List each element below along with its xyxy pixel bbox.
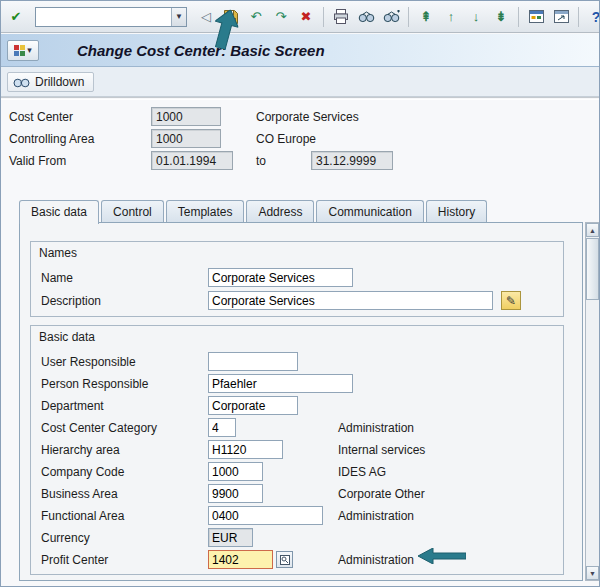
- business-area-input[interactable]: [208, 484, 263, 503]
- hierarchy-area-input[interactable]: [208, 440, 283, 459]
- scroll-up-icon[interactable]: ▲: [586, 223, 599, 237]
- print-button[interactable]: [330, 6, 352, 28]
- names-group-title: Names: [39, 246, 77, 260]
- tab-control[interactable]: Control: [101, 200, 164, 222]
- find-button[interactable]: [355, 6, 377, 28]
- cost-center-label: Cost Center: [9, 110, 73, 124]
- toolbar-separator: [518, 7, 519, 27]
- cancel-icon[interactable]: ✖: [295, 6, 317, 28]
- exit-icon[interactable]: ↷: [270, 6, 292, 28]
- profit-center-label: Profit Center: [41, 553, 108, 567]
- profit-center-row: Profit Center Administration: [31, 550, 563, 570]
- names-group: Names Name Description ✎: [30, 241, 564, 317]
- valid-from-field[interactable]: 01.01.1994: [151, 151, 233, 170]
- cost-center-category-row: Cost Center Category Administration: [31, 418, 563, 438]
- drilldown-glasses-icon: [13, 76, 30, 88]
- find-icon: [358, 10, 375, 23]
- back-triangle-icon[interactable]: ◁: [195, 6, 217, 28]
- scrollbar-thumb[interactable]: [586, 238, 599, 300]
- description-input[interactable]: [208, 291, 493, 310]
- enter-icon[interactable]: ✔: [5, 6, 27, 28]
- department-row: Department: [31, 396, 563, 416]
- controlling-area-field[interactable]: 1000: [151, 129, 221, 148]
- tab-basic-data[interactable]: Basic data: [19, 200, 99, 224]
- profit-center-text: Administration: [338, 553, 414, 567]
- drilldown-button[interactable]: Drilldown: [7, 72, 94, 92]
- hierarchy-area-label: Hierarchy area: [41, 443, 120, 457]
- new-session-button[interactable]: [525, 6, 547, 28]
- tab-templates[interactable]: Templates: [166, 200, 245, 222]
- page-title: Change Cost Center: Basic Screen: [77, 42, 325, 59]
- back-icon[interactable]: ↶: [245, 6, 267, 28]
- scroll-down-icon[interactable]: ▼: [586, 566, 599, 580]
- basic-data-group-title: Basic data: [39, 330, 95, 344]
- valid-to-label: to: [256, 154, 266, 168]
- user-responsible-row: User Responsible: [31, 352, 563, 372]
- new-session-icon: [529, 10, 544, 23]
- command-field-combo: ▼: [35, 7, 187, 27]
- value-help-icon: [280, 555, 290, 565]
- name-row: Name: [31, 268, 563, 288]
- command-field[interactable]: [36, 8, 171, 26]
- tab-communication[interactable]: Communication: [316, 200, 423, 222]
- screen-menu-icon: [14, 45, 25, 56]
- command-dropdown-icon[interactable]: ▼: [171, 8, 186, 26]
- pencil-icon: ✎: [506, 294, 516, 308]
- company-code-row: Company Code IDES AG: [31, 462, 563, 482]
- basic-data-group: Basic data User Responsible Person Respo…: [30, 325, 564, 575]
- toolbar-divider: [1, 97, 599, 100]
- currency-label: Currency: [41, 531, 90, 545]
- print-icon: [333, 9, 349, 24]
- business-area-text: Corporate Other: [338, 487, 425, 501]
- controlling-area-row: Controlling Area 1000 CO Europe: [1, 129, 599, 149]
- profit-center-f4-button[interactable]: [276, 551, 293, 568]
- business-area-label: Business Area: [41, 487, 118, 501]
- drilldown-label: Drilldown: [35, 75, 84, 89]
- company-code-input[interactable]: [208, 462, 263, 481]
- description-row: Description ✎: [31, 291, 563, 311]
- edit-description-button[interactable]: ✎: [501, 291, 521, 310]
- department-input[interactable]: [208, 396, 298, 415]
- toolbar-separator: [578, 7, 579, 27]
- cost-center-row: Cost Center 1000 Corporate Services: [1, 107, 599, 127]
- company-code-text: IDES AG: [338, 465, 386, 479]
- functional-area-row: Functional Area Administration: [31, 506, 563, 526]
- page-down-icon[interactable]: ↓: [465, 6, 487, 28]
- cost-center-field[interactable]: 1000: [151, 107, 221, 126]
- toolbar-separator: [408, 7, 409, 27]
- find-next-button[interactable]: [380, 6, 402, 28]
- person-responsible-input[interactable]: [208, 374, 353, 393]
- standard-toolbar: ✔ ▼ ◁ ↶ ↷ ✖: [1, 1, 599, 33]
- business-area-row: Business Area Corporate Other: [31, 484, 563, 504]
- currency-input[interactable]: [208, 528, 253, 547]
- last-page-icon[interactable]: ⇟: [490, 6, 512, 28]
- shortcut-button[interactable]: [550, 6, 572, 28]
- screen-menu-button[interactable]: ▾: [7, 40, 39, 61]
- first-page-icon[interactable]: ⇞: [415, 6, 437, 28]
- save-button[interactable]: [220, 6, 242, 28]
- application-toolbar: Drilldown: [1, 67, 599, 97]
- help-icon[interactable]: ?: [585, 6, 600, 28]
- page-up-icon[interactable]: ↑: [440, 6, 462, 28]
- description-label: Description: [41, 294, 101, 308]
- user-responsible-label: User Responsible: [41, 355, 136, 369]
- vertical-scrollbar[interactable]: ▲ ▼: [585, 222, 600, 581]
- functional-area-input[interactable]: [208, 506, 323, 525]
- user-responsible-input[interactable]: [208, 352, 298, 371]
- tab-address[interactable]: Address: [246, 200, 314, 222]
- functional-area-text: Administration: [338, 509, 414, 523]
- profit-center-input[interactable]: [208, 550, 273, 569]
- controlling-area-text: CO Europe: [256, 132, 316, 146]
- valid-to-field[interactable]: 31.12.9999: [311, 151, 393, 170]
- tab-history[interactable]: History: [426, 200, 487, 222]
- toolbar-separator: [323, 7, 324, 27]
- shortcut-icon: [554, 10, 569, 23]
- hierarchy-area-row: Hierarchy area Internal services: [31, 440, 563, 460]
- basic-data-panel: Names Name Description ✎ Basic data User…: [19, 222, 583, 581]
- screen-menu-arrow-icon: ▾: [27, 45, 32, 55]
- department-label: Department: [41, 399, 104, 413]
- company-code-label: Company Code: [41, 465, 124, 479]
- cost-center-category-input[interactable]: [208, 418, 236, 437]
- tab-strip: Basic data Control Templates Address Com…: [19, 200, 489, 223]
- name-input[interactable]: [208, 268, 353, 287]
